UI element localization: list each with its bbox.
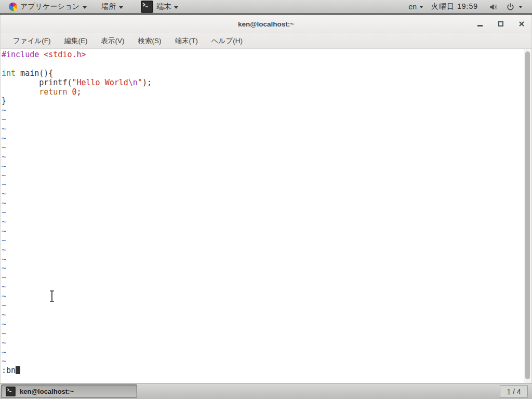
title-bar[interactable]: ken@localhost:~ — [1, 15, 531, 33]
menubar-item[interactable]: ヘルプ(H) — [205, 33, 249, 48]
system-menu-button[interactable] — [502, 3, 526, 11]
applications-menu[interactable]: アプリケーション — [4, 0, 92, 14]
empty-line-tilde: ~ — [2, 153, 523, 162]
empty-line-tilde: ~ — [2, 255, 523, 264]
speaker-icon — [489, 2, 499, 12]
mouse-ibeam-cursor — [48, 290, 56, 304]
keyboard-layout-indicator[interactable]: en — [403, 0, 424, 14]
scrollbar[interactable] — [524, 49, 531, 383]
menu-bar: ファイル(F)編集(E)表示(V)検索(S)端末(T)ヘルプ(H) — [1, 33, 531, 49]
empty-line-tilde: ~ — [2, 106, 523, 115]
empty-line-tilde: ~ — [2, 162, 523, 171]
volume-button[interactable] — [485, 2, 502, 12]
code-line: printf("Hello_World\n"); — [2, 78, 523, 88]
menubar-item[interactable]: 端末(T) — [168, 33, 205, 48]
empty-line-tilde: ~ — [2, 218, 523, 227]
empty-line-tilde: ~ — [2, 143, 523, 153]
empty-line-tilde: ~ — [2, 125, 523, 134]
taskbar-window-button[interactable]: ken@localhost:~ — [1, 384, 137, 398]
bottom-taskbar: ken@localhost:~ 1 / 4 — [0, 383, 532, 399]
terminal-screen[interactable]: #include <stdio.h> int main(){ printf("H… — [1, 49, 531, 383]
empty-line-tilde: ~ — [2, 301, 523, 311]
clock[interactable]: 火曜日 19:59 — [424, 2, 485, 11]
empty-line-tilde: ~ — [2, 134, 523, 143]
empty-line-tilde: ~ — [2, 311, 523, 320]
taskbar-window-label: ken@localhost:~ — [20, 388, 74, 395]
minimize-icon — [477, 25, 483, 26]
empty-line-tilde: ~ — [2, 180, 523, 190]
menubar-item[interactable]: 検索(S) — [131, 33, 168, 48]
empty-line-tilde: ~ — [2, 115, 523, 125]
empty-line-tilde: ~ — [2, 208, 523, 218]
empty-line-tilde: ~ — [2, 348, 523, 357]
code-line — [2, 60, 523, 69]
empty-line-tilde: ~ — [2, 292, 523, 301]
empty-line-tilde: ~ — [2, 283, 523, 292]
vim-buffer: #include <stdio.h> int main(){ printf("H… — [2, 50, 523, 376]
empty-line-tilde: ~ — [2, 171, 523, 181]
menubar-item[interactable]: ファイル(F) — [6, 33, 58, 48]
window-title: ken@localhost:~ — [238, 20, 294, 28]
terminal-block-cursor — [16, 366, 20, 374]
places-menu-label: 場所 — [101, 2, 116, 11]
places-menu[interactable]: 場所 — [96, 0, 128, 14]
top-panel: アプリケーション 場所 端末 en 火曜日 19:59 — [0, 0, 532, 15]
chevron-down-icon — [519, 6, 522, 8]
empty-line-tilde: ~ — [2, 320, 523, 329]
close-button[interactable] — [518, 20, 525, 28]
active-app-menu-label: 端末 — [156, 2, 171, 11]
chevron-down-icon — [83, 6, 87, 9]
chevron-down-icon — [119, 6, 123, 9]
code-line: int main(){ — [2, 69, 523, 78]
empty-line-tilde: ~ — [2, 329, 523, 339]
code-line: #include <stdio.h> — [2, 50, 523, 60]
code-line: } — [2, 97, 523, 106]
terminal-icon — [6, 387, 16, 396]
terminal-window: ken@localhost:~ ファイル(F)編集(E)表示(V)検索(S)端末… — [0, 15, 532, 383]
minimize-button[interactable] — [476, 20, 484, 28]
empty-line-tilde: ~ — [2, 357, 523, 366]
keyboard-layout-label: en — [408, 3, 417, 11]
empty-line-tilde: ~ — [2, 339, 523, 348]
applications-menu-label: アプリケーション — [20, 2, 79, 11]
empty-line-tilde: ~ — [2, 264, 523, 273]
terminal-icon — [141, 1, 153, 13]
empty-line-tilde: ~ — [2, 190, 523, 199]
chevron-down-icon — [174, 6, 178, 9]
maximize-button[interactable] — [497, 20, 504, 28]
maximize-icon — [498, 21, 503, 26]
menubar-item[interactable]: 編集(E) — [58, 33, 95, 48]
empty-line-tilde: ~ — [2, 236, 523, 246]
active-app-menu[interactable]: 端末 — [136, 0, 183, 14]
empty-line-tilde: ~ — [2, 199, 523, 208]
scrollbar-thumb[interactable] — [525, 51, 530, 379]
workspace-indicator[interactable]: 1 / 4 — [500, 385, 528, 397]
applications-pinwheel-icon — [9, 3, 17, 11]
close-icon — [518, 21, 525, 27]
menubar-item[interactable]: 表示(V) — [95, 33, 131, 48]
code-line: return 0; — [2, 88, 523, 97]
empty-line-tilde: ~ — [2, 246, 523, 255]
empty-line-tilde: ~ — [2, 273, 523, 283]
empty-line-tilde: ~ — [2, 227, 523, 236]
vim-command-line: :bn — [2, 366, 523, 376]
power-icon — [506, 3, 515, 11]
workspace-indicator-label: 1 / 4 — [507, 388, 521, 396]
chevron-down-icon — [420, 6, 423, 8]
